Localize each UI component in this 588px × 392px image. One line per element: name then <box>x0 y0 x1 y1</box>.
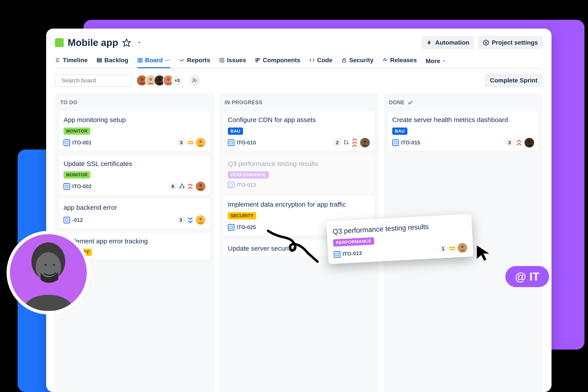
assignee-avatar[interactable] <box>360 138 370 148</box>
svg-marker-0 <box>123 39 130 46</box>
column-header: TO DO <box>59 98 210 107</box>
releases-icon <box>382 58 388 63</box>
tab-code[interactable]: Code <box>309 54 332 68</box>
priority-low-icon <box>187 217 194 223</box>
dragging-issue-card[interactable]: Q3 performance testing results PERFORMAN… <box>326 214 473 264</box>
svg-rect-29 <box>180 187 181 188</box>
issue-card[interactable]: Create server health metrics dashboard B… <box>388 111 539 151</box>
tab-issues[interactable]: Issues <box>219 54 246 68</box>
avatar-overflow[interactable]: +3 <box>171 75 183 86</box>
tab-more[interactable]: More <box>426 58 446 65</box>
assignee-avatar[interactable] <box>196 215 205 225</box>
issue-tag: PERFORMANCE <box>228 171 269 178</box>
svg-point-23 <box>167 78 170 81</box>
priority-high-icon <box>516 140 522 146</box>
subtask-count: 3 <box>506 139 514 146</box>
tab-board[interactable]: Board ⋯ <box>137 54 170 68</box>
issue-card[interactable]: Configure CDN for app assets BAU ITO-010… <box>223 111 374 151</box>
issue-tag: MONITOR <box>63 128 90 135</box>
mention-pill[interactable]: @ IT <box>505 266 549 287</box>
board-toolbar: +3 Complete Sprint <box>55 74 543 87</box>
subtask-count: 2 <box>333 139 341 146</box>
svg-rect-6 <box>97 60 101 61</box>
issue-tag: BAU <box>228 128 243 135</box>
tab-releases[interactable]: Releases <box>382 54 417 68</box>
svg-point-43 <box>53 264 55 266</box>
chevron-down-icon <box>137 40 142 45</box>
issue-tag: MONITOR <box>63 171 90 178</box>
svg-point-35 <box>347 143 348 144</box>
svg-rect-11 <box>220 58 224 62</box>
tab-reports[interactable]: Reports <box>179 54 210 68</box>
automation-button[interactable]: Automation <box>421 36 474 49</box>
issue-type-icon <box>228 140 235 146</box>
svg-rect-28 <box>182 184 182 185</box>
tab-backlog[interactable]: Backlog <box>96 54 128 68</box>
priority-highest-icon <box>351 138 358 147</box>
svg-point-42 <box>44 264 46 266</box>
tab-security[interactable]: Security <box>341 54 373 68</box>
project-title: Mobile app <box>68 37 118 48</box>
svg-rect-30 <box>183 187 184 188</box>
svg-point-34 <box>344 143 345 144</box>
pull-request-icon <box>343 140 349 146</box>
add-assignee-button[interactable] <box>189 75 200 86</box>
svg-point-33 <box>344 140 345 141</box>
assignee-avatar[interactable] <box>525 138 534 148</box>
svg-point-32 <box>199 218 202 220</box>
chevron-down-icon <box>442 59 446 63</box>
search-board[interactable] <box>55 74 132 86</box>
tab-board-menu-icon[interactable]: ⋯ <box>165 57 170 63</box>
svg-point-21 <box>149 78 152 81</box>
issue-card[interactable]: App monitoring setup MONITOR ITO-001 3 <box>59 111 210 151</box>
issue-key: ITO-015 <box>401 140 420 146</box>
svg-point-24 <box>193 78 195 80</box>
priority-medium-icon <box>449 247 456 250</box>
gear-icon <box>483 40 489 46</box>
project-dropdown-button[interactable] <box>135 38 144 47</box>
column-header: IN PROGRESS <box>223 98 374 107</box>
project-color-badge <box>55 38 64 47</box>
svg-rect-16 <box>256 60 258 62</box>
issue-type-icon <box>63 217 70 223</box>
svg-point-38 <box>528 140 531 143</box>
star-button[interactable] <box>122 38 131 47</box>
nav-tabs: Timeline Backlog Board ⋯ Reports Issues … <box>55 54 543 68</box>
assignee-avatars: +3 <box>136 75 183 86</box>
issue-key: ITO-013 <box>237 182 256 188</box>
svg-rect-14 <box>256 58 258 60</box>
issue-tag: PERFORMANCE <box>333 237 374 247</box>
user-photo-bubble <box>6 231 90 314</box>
issue-card[interactable]: Update SSL certificates MONITOR ITO-002 … <box>59 155 210 195</box>
issue-card-ghost: Q3 performance testing results PERFORMAN… <box>223 155 374 192</box>
issue-key: ITO-001 <box>72 140 92 146</box>
priority-medium-icon <box>187 141 194 144</box>
drag-arrow-annotation <box>264 226 321 264</box>
child-issues-icon <box>179 183 185 190</box>
assignee-avatar[interactable] <box>457 243 467 253</box>
column-header: DONE <box>388 98 539 107</box>
app-window: Mobile app Automation Project settings T… <box>46 28 552 392</box>
svg-point-36 <box>364 140 366 143</box>
subtask-count: 1 <box>439 245 447 252</box>
mouse-cursor-icon <box>475 244 492 262</box>
reports-icon <box>179 58 185 63</box>
issue-card[interactable]: app backend error -012 3 <box>59 198 210 229</box>
svg-rect-5 <box>97 58 101 59</box>
assignee-avatar[interactable] <box>196 138 205 148</box>
subtask-count: 3 <box>177 216 185 224</box>
search-input[interactable] <box>61 77 133 84</box>
issue-tag: BAU <box>392 128 407 135</box>
svg-rect-9 <box>140 58 141 62</box>
issue-key: ITO-025 <box>237 224 256 230</box>
project-settings-button[interactable]: Project settings <box>478 36 543 49</box>
tab-components[interactable]: Components <box>255 54 300 68</box>
subtask-count: 6 <box>169 183 177 190</box>
subtask-count: 3 <box>177 139 185 146</box>
tab-timeline[interactable]: Timeline <box>55 54 88 68</box>
user-photo <box>13 236 83 311</box>
svg-rect-8 <box>138 58 139 62</box>
assignee-avatar[interactable] <box>196 182 205 191</box>
complete-sprint-button[interactable]: Complete Sprint <box>485 74 543 87</box>
svg-point-22 <box>158 78 161 81</box>
